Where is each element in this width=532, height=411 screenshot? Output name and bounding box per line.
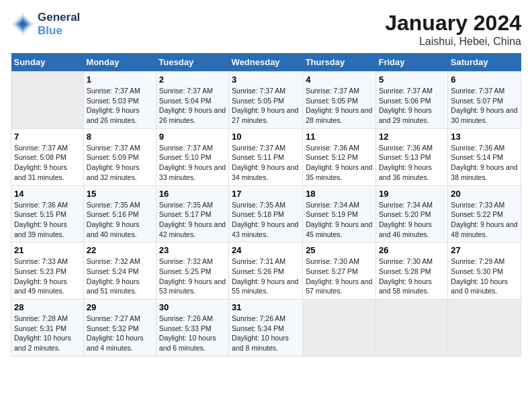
- day-info: Sunrise: 7:33 AMSunset: 5:22 PMDaylight:…: [451, 200, 518, 240]
- day-number: 31: [232, 302, 300, 312]
- calendar-cell: 1Sunrise: 7:37 AMSunset: 5:03 PMDaylight…: [83, 72, 156, 129]
- calendar-table: SundayMondayTuesdayWednesdayThursdayFrid…: [11, 53, 521, 357]
- calendar-cell: 26Sunrise: 7:30 AMSunset: 5:28 PMDayligh…: [375, 242, 447, 300]
- day-number: 13: [451, 132, 518, 142]
- day-number: 20: [451, 189, 518, 199]
- day-number: 11: [306, 132, 373, 142]
- day-number: 3: [232, 75, 300, 85]
- day-number: 14: [14, 189, 81, 199]
- day-info: Sunrise: 7:36 AMSunset: 5:12 PMDaylight:…: [306, 143, 373, 183]
- calendar-cell: 31Sunrise: 7:26 AMSunset: 5:34 PMDayligh…: [229, 300, 303, 357]
- calendar-week-2: 7Sunrise: 7:37 AMSunset: 5:08 PMDaylight…: [11, 128, 521, 185]
- day-info: Sunrise: 7:26 AMSunset: 5:34 PMDaylight:…: [232, 314, 300, 353]
- calendar-week-4: 21Sunrise: 7:33 AMSunset: 5:23 PMDayligh…: [11, 242, 521, 300]
- calendar-cell: 16Sunrise: 7:35 AMSunset: 5:17 PMDayligh…: [156, 185, 228, 242]
- calendar-cell: [375, 300, 447, 357]
- day-info: Sunrise: 7:34 AMSunset: 5:20 PMDaylight:…: [379, 200, 445, 240]
- day-number: 19: [379, 189, 445, 199]
- day-number: 22: [87, 245, 153, 255]
- day-number: 21: [14, 245, 81, 255]
- day-info: Sunrise: 7:37 AMSunset: 5:09 PMDaylight:…: [87, 143, 153, 183]
- day-info: Sunrise: 7:31 AMSunset: 5:26 PMDaylight:…: [232, 257, 300, 296]
- calendar-cell: [448, 300, 521, 357]
- day-number: 29: [87, 302, 153, 312]
- day-info: Sunrise: 7:37 AMSunset: 5:06 PMDaylight:…: [379, 86, 445, 126]
- calendar-week-3: 14Sunrise: 7:36 AMSunset: 5:15 PMDayligh…: [11, 185, 521, 242]
- day-info: Sunrise: 7:26 AMSunset: 5:33 PMDaylight:…: [159, 314, 226, 353]
- calendar-cell: 21Sunrise: 7:33 AMSunset: 5:23 PMDayligh…: [11, 242, 84, 300]
- day-info: Sunrise: 7:37 AMSunset: 5:03 PMDaylight:…: [87, 86, 153, 126]
- calendar-cell: 14Sunrise: 7:36 AMSunset: 5:15 PMDayligh…: [11, 185, 84, 242]
- day-number: 9: [159, 132, 226, 142]
- day-info: Sunrise: 7:37 AMSunset: 5:07 PMDaylight:…: [451, 86, 518, 126]
- day-number: 26: [379, 245, 445, 255]
- day-number: 28: [14, 302, 81, 312]
- weekday-header-saturday: Saturday: [448, 53, 521, 72]
- calendar-cell: 4Sunrise: 7:37 AMSunset: 5:05 PMDaylight…: [303, 72, 376, 129]
- calendar-cell: 22Sunrise: 7:32 AMSunset: 5:24 PMDayligh…: [83, 242, 156, 300]
- day-number: 10: [232, 132, 300, 142]
- calendar-cell: 10Sunrise: 7:37 AMSunset: 5:11 PMDayligh…: [229, 128, 303, 185]
- calendar-cell: [303, 300, 376, 357]
- calendar-body: 1Sunrise: 7:37 AMSunset: 5:03 PMDaylight…: [11, 72, 521, 357]
- calendar-cell: 25Sunrise: 7:30 AMSunset: 5:27 PMDayligh…: [303, 242, 376, 300]
- day-info: Sunrise: 7:36 AMSunset: 5:13 PMDaylight:…: [379, 143, 445, 183]
- day-info: Sunrise: 7:35 AMSunset: 5:17 PMDaylight:…: [159, 200, 226, 240]
- weekday-header-wednesday: Wednesday: [229, 53, 303, 72]
- weekday-header-friday: Friday: [375, 53, 447, 72]
- calendar-week-1: 1Sunrise: 7:37 AMSunset: 5:03 PMDaylight…: [11, 72, 521, 129]
- calendar-cell: 9Sunrise: 7:37 AMSunset: 5:10 PMDaylight…: [156, 128, 228, 185]
- calendar-cell: 8Sunrise: 7:37 AMSunset: 5:09 PMDaylight…: [83, 128, 156, 185]
- day-info: Sunrise: 7:35 AMSunset: 5:18 PMDaylight:…: [232, 200, 300, 240]
- day-info: Sunrise: 7:37 AMSunset: 5:05 PMDaylight:…: [306, 86, 373, 126]
- calendar-cell: 6Sunrise: 7:37 AMSunset: 5:07 PMDaylight…: [448, 72, 521, 129]
- logo: General Blue: [11, 11, 80, 38]
- day-info: Sunrise: 7:32 AMSunset: 5:25 PMDaylight:…: [159, 257, 226, 296]
- calendar-cell: 7Sunrise: 7:37 AMSunset: 5:08 PMDaylight…: [11, 128, 84, 185]
- calendar-cell: 19Sunrise: 7:34 AMSunset: 5:20 PMDayligh…: [375, 185, 447, 242]
- day-number: 16: [159, 189, 226, 199]
- day-info: Sunrise: 7:35 AMSunset: 5:16 PMDaylight:…: [87, 200, 153, 240]
- day-info: Sunrise: 7:36 AMSunset: 5:14 PMDaylight:…: [451, 143, 518, 183]
- day-info: Sunrise: 7:30 AMSunset: 5:28 PMDaylight:…: [379, 257, 445, 296]
- day-info: Sunrise: 7:37 AMSunset: 5:10 PMDaylight:…: [159, 143, 226, 183]
- calendar-cell: 27Sunrise: 7:29 AMSunset: 5:30 PMDayligh…: [448, 242, 521, 300]
- day-info: Sunrise: 7:27 AMSunset: 5:32 PMDaylight:…: [87, 314, 153, 353]
- location: Laishui, Hebei, China: [385, 36, 521, 48]
- day-info: Sunrise: 7:37 AMSunset: 5:11 PMDaylight:…: [232, 143, 300, 183]
- day-info: Sunrise: 7:33 AMSunset: 5:23 PMDaylight:…: [14, 257, 81, 296]
- calendar-week-5: 28Sunrise: 7:28 AMSunset: 5:31 PMDayligh…: [11, 300, 521, 357]
- day-number: 7: [14, 132, 81, 142]
- day-number: 5: [379, 75, 445, 85]
- day-number: 17: [232, 189, 300, 199]
- weekday-header-sunday: Sunday: [11, 53, 84, 72]
- weekday-header-monday: Monday: [83, 53, 156, 72]
- day-number: 24: [232, 245, 300, 255]
- calendar-cell: 20Sunrise: 7:33 AMSunset: 5:22 PMDayligh…: [448, 185, 521, 242]
- title-block: January 2024 Laishui, Hebei, China: [385, 11, 521, 48]
- calendar-cell: 3Sunrise: 7:37 AMSunset: 5:05 PMDaylight…: [229, 72, 303, 129]
- day-number: 27: [451, 245, 518, 255]
- calendar-cell: 12Sunrise: 7:36 AMSunset: 5:13 PMDayligh…: [375, 128, 447, 185]
- calendar-cell: 23Sunrise: 7:32 AMSunset: 5:25 PMDayligh…: [156, 242, 228, 300]
- calendar-cell: 29Sunrise: 7:27 AMSunset: 5:32 PMDayligh…: [83, 300, 156, 357]
- day-number: 8: [87, 132, 153, 142]
- day-number: 4: [306, 75, 373, 85]
- day-number: 15: [87, 189, 153, 199]
- calendar-cell: 11Sunrise: 7:36 AMSunset: 5:12 PMDayligh…: [303, 128, 376, 185]
- day-info: Sunrise: 7:37 AMSunset: 5:08 PMDaylight:…: [14, 143, 81, 183]
- day-number: 2: [159, 75, 226, 85]
- day-number: 30: [159, 302, 226, 312]
- day-number: 12: [379, 132, 445, 142]
- calendar-cell: 28Sunrise: 7:28 AMSunset: 5:31 PMDayligh…: [11, 300, 84, 357]
- month-title: January 2024: [385, 11, 521, 36]
- calendar-cell: 18Sunrise: 7:34 AMSunset: 5:19 PMDayligh…: [303, 185, 376, 242]
- page-header: General Blue January 2024 Laishui, Hebei…: [11, 11, 521, 48]
- calendar-cell: 30Sunrise: 7:26 AMSunset: 5:33 PMDayligh…: [156, 300, 228, 357]
- day-info: Sunrise: 7:37 AMSunset: 5:05 PMDaylight:…: [232, 86, 300, 126]
- day-info: Sunrise: 7:28 AMSunset: 5:31 PMDaylight:…: [14, 314, 81, 353]
- day-info: Sunrise: 7:32 AMSunset: 5:24 PMDaylight:…: [87, 257, 153, 296]
- day-number: 1: [87, 75, 153, 85]
- day-number: 18: [306, 189, 373, 199]
- day-info: Sunrise: 7:34 AMSunset: 5:19 PMDaylight:…: [306, 200, 373, 240]
